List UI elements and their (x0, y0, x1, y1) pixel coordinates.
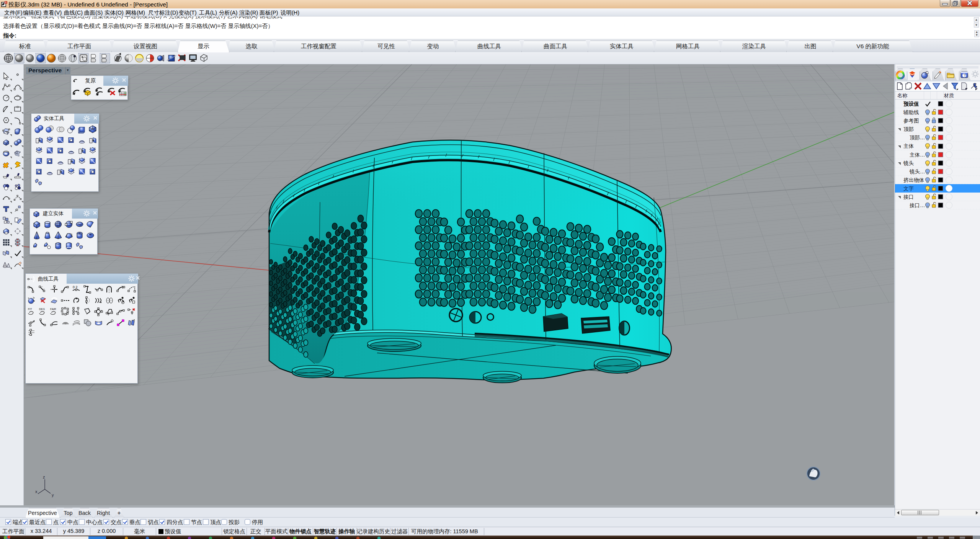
svg-text:x: x (35, 489, 38, 494)
svg-text:文字: 文字 (903, 186, 914, 191)
svg-text:主体: 主体 (903, 143, 914, 149)
svg-text:接口: 接口 (903, 194, 914, 200)
svg-text:挤出物体: 挤出物体 (903, 177, 924, 183)
svg-text:主体…: 主体… (910, 152, 925, 158)
svg-text:参考图: 参考图 (903, 118, 919, 124)
svg-text:y: y (52, 493, 54, 497)
svg-text:0 2: 0 2 (73, 285, 78, 289)
svg-text:顶部…: 顶部… (910, 135, 925, 140)
svg-text:镜头: 镜头 (903, 160, 914, 166)
svg-text:?: ? (964, 74, 966, 78)
svg-text:镜头…: 镜头… (909, 169, 925, 175)
svg-text:辅助线: 辅助线 (903, 109, 919, 115)
svg-text:预设值: 预设值 (903, 101, 919, 107)
svg-text:DEG: DEG (39, 308, 45, 310)
svg-text:FIT: FIT (28, 308, 32, 310)
svg-text:顶部: 顶部 (903, 126, 914, 132)
svg-text:6: 6 (5, 1, 7, 4)
svg-text:z: z (43, 475, 45, 479)
svg-text:FAIR: FAIR (50, 308, 56, 310)
svg-text:接口…: 接口… (909, 203, 925, 208)
